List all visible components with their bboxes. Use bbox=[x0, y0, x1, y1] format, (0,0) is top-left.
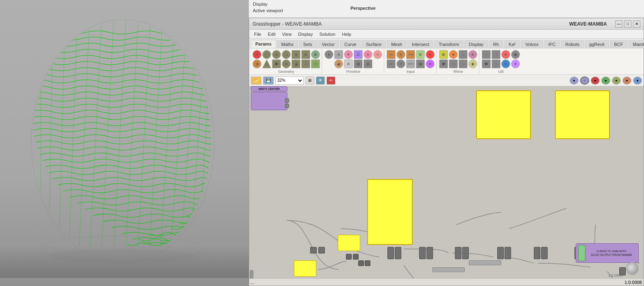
view-navigator[interactable] bbox=[626, 262, 639, 275]
rhino-viewport[interactable] bbox=[0, 0, 249, 286]
rhino-icon-6[interactable]: → bbox=[449, 59, 458, 68]
prim-icon-5[interactable]: ♦ bbox=[363, 50, 372, 59]
menu-help[interactable]: Help bbox=[339, 31, 355, 37]
menu-edit[interactable]: Edit bbox=[265, 31, 279, 37]
prim-icon-10[interactable]: ▤ bbox=[363, 59, 372, 68]
proc-node-6[interactable] bbox=[462, 247, 469, 259]
util-icon-3[interactable]: ● bbox=[501, 50, 510, 59]
geo-icon-11[interactable]: ⊛ bbox=[282, 59, 291, 68]
menu-display[interactable]: Display bbox=[295, 31, 316, 37]
slider-node[interactable] bbox=[432, 267, 465, 272]
beds-center-node[interactable]: BED'S CENTER bbox=[251, 86, 287, 110]
tab-curve[interactable]: Curve bbox=[340, 40, 361, 48]
rhino-icon-2[interactable]: ★ bbox=[449, 50, 458, 59]
geo-icon-1[interactable]: ✕ bbox=[252, 50, 261, 59]
geo-icon-14[interactable]: ⬠ bbox=[311, 59, 320, 68]
input-icon-1[interactable]: ⇨ bbox=[387, 50, 396, 59]
menu-file[interactable]: File bbox=[251, 31, 265, 37]
input-icon-2[interactable]: ↻ bbox=[396, 50, 405, 59]
tab-robots[interactable]: Robots bbox=[561, 40, 584, 48]
rhino-sphere-6[interactable]: ● bbox=[622, 76, 631, 85]
zoom-select[interactable]: 32% 50% 100% bbox=[275, 76, 304, 85]
tab-display[interactable]: Display bbox=[464, 40, 488, 48]
yellow-panel-large2[interactable] bbox=[555, 90, 610, 139]
geo-icon-2[interactable]: ◯ bbox=[262, 50, 271, 59]
proc-node-8[interactable] bbox=[505, 247, 511, 259]
menu-view[interactable]: View bbox=[279, 31, 295, 37]
prim-icon-3[interactable]: ✦ bbox=[344, 50, 353, 59]
open-button[interactable]: 📂 bbox=[251, 76, 261, 85]
input-icon-9[interactable]: ▦ bbox=[416, 59, 425, 68]
proc-node-2[interactable] bbox=[395, 247, 401, 259]
proc-node-9[interactable] bbox=[534, 247, 540, 259]
input-icon-5[interactable]: ● bbox=[426, 50, 435, 59]
rhino-sphere-2[interactable]: ○ bbox=[580, 76, 589, 85]
tab-transform[interactable]: Transform bbox=[434, 40, 463, 48]
prim-icon-8[interactable]: A bbox=[344, 59, 353, 68]
input-icon-4[interactable]: ⊞ bbox=[416, 50, 425, 59]
curve-join-node[interactable]: CURVE TO JOIN WITHSLICE OUTPUT FROM MAMB… bbox=[576, 243, 639, 263]
util-icon-1[interactable]: → bbox=[482, 50, 491, 59]
tab-ka[interactable]: Ka² bbox=[504, 40, 520, 48]
yellow-panel-medium[interactable] bbox=[367, 179, 413, 245]
geo-icon-5[interactable]: ◈ bbox=[292, 50, 300, 59]
geo-icon-9[interactable]: △ bbox=[262, 59, 271, 68]
rhino-icon-7[interactable]: ← bbox=[459, 59, 468, 68]
input-icon-3[interactable]: ⟹ bbox=[406, 50, 415, 59]
rhino-sphere-3[interactable]: ● bbox=[591, 76, 600, 85]
rhino-icon-3[interactable]: → bbox=[459, 50, 468, 59]
rhino-icon-4[interactable]: ⊛ bbox=[468, 50, 477, 59]
proc-node-4[interactable] bbox=[426, 247, 433, 259]
rhino-icon-5[interactable]: ⬢ bbox=[439, 59, 448, 68]
geo-icon-12[interactable]: ◪ bbox=[292, 59, 300, 68]
tab-volvox[interactable]: Volvox bbox=[521, 40, 543, 48]
util-icon-5[interactable]: ⬟ bbox=[482, 59, 491, 68]
mid-connector-3[interactable] bbox=[358, 260, 364, 266]
tab-maths[interactable]: Maths bbox=[277, 40, 298, 48]
mid-connector-2[interactable] bbox=[353, 254, 359, 260]
proc-node-1[interactable] bbox=[387, 247, 394, 259]
tab-mesh[interactable]: Mesh bbox=[387, 40, 407, 48]
proc-node-10[interactable] bbox=[541, 247, 548, 259]
menu-solution[interactable]: Solution bbox=[316, 31, 339, 37]
tab-vector[interactable]: Vector bbox=[318, 40, 339, 48]
proc-node-7[interactable] bbox=[497, 247, 504, 259]
input-icon-6[interactable]: ⇨ bbox=[387, 59, 396, 68]
tab-ggrevit[interactable]: ggRevit bbox=[585, 40, 609, 48]
input-icon-8[interactable]: ⟸ bbox=[406, 59, 415, 68]
yellow-node-small1[interactable] bbox=[338, 235, 360, 251]
proc-node-3[interactable] bbox=[419, 247, 426, 259]
yellow-panel-large1[interactable] bbox=[476, 90, 531, 139]
tab-params[interactable]: Params bbox=[251, 40, 276, 48]
input-icon-7[interactable]: ↺ bbox=[396, 59, 405, 68]
prim-icon-2[interactable]: A bbox=[334, 50, 343, 59]
connector-node-2[interactable] bbox=[318, 247, 325, 253]
prim-icon-4[interactable]: ☰ bbox=[354, 50, 363, 59]
geo-icon-7[interactable]: ✿ bbox=[311, 50, 320, 59]
mid-connector-1[interactable] bbox=[346, 254, 352, 260]
tab-bcf[interactable]: BCF bbox=[610, 40, 628, 48]
scroll-handle[interactable] bbox=[250, 270, 253, 278]
geo-icon-3[interactable]: ◎ bbox=[272, 50, 281, 59]
tab-mamba[interactable]: Mamba bbox=[629, 40, 644, 48]
geo-icon-8[interactable]: ◑ bbox=[252, 59, 261, 68]
tab-ifc[interactable]: IFC bbox=[544, 40, 560, 48]
slider-node-2[interactable] bbox=[469, 260, 501, 265]
geo-icon-6[interactable]: ⊕ bbox=[301, 50, 310, 59]
geo-icon-13[interactable]: ⌑ bbox=[301, 59, 310, 68]
prim-icon-9[interactable]: ▦ bbox=[354, 59, 363, 68]
util-icon-6[interactable]: → bbox=[492, 59, 500, 68]
rhino-sphere-7[interactable]: ● bbox=[633, 76, 642, 85]
tab-sets[interactable]: Sets bbox=[299, 40, 317, 48]
input-icon-10[interactable]: ● bbox=[426, 59, 435, 68]
tab-intersect[interactable]: Intersect bbox=[407, 40, 433, 48]
mid-connector-4[interactable] bbox=[365, 260, 370, 266]
gh-canvas[interactable]: BED'S CENTER bbox=[249, 86, 644, 278]
util-icon-2[interactable]: → bbox=[492, 50, 500, 59]
rhino-sphere-4[interactable]: ● bbox=[601, 76, 610, 85]
tab-surface[interactable]: Surface bbox=[361, 40, 386, 48]
connector-node-1[interactable] bbox=[310, 247, 317, 253]
rhino-icon-1[interactable]: ✿ bbox=[439, 50, 448, 59]
save-button[interactable]: 💾 bbox=[263, 76, 274, 85]
prim-icon-7[interactable]: ◕ bbox=[334, 59, 343, 68]
